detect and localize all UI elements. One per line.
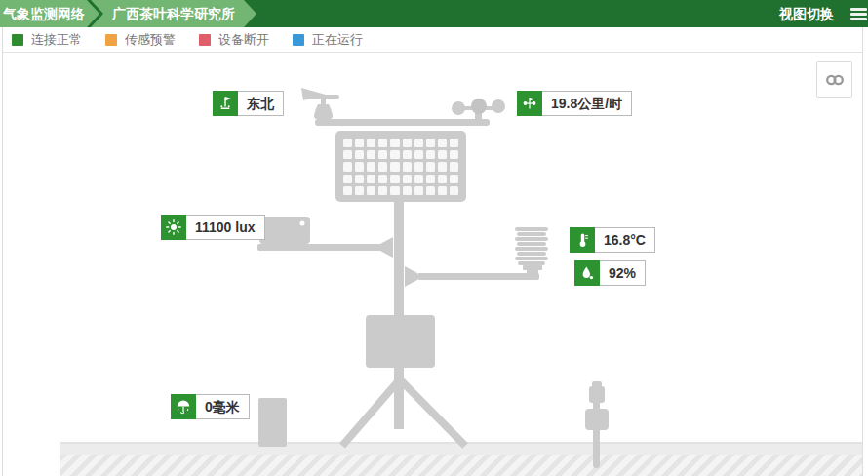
sensor-wind-speed[interactable]: 19.8公里/时 [517, 91, 632, 116]
legend-label: 连接正常 [31, 31, 82, 49]
light-sensor-graphic [257, 217, 393, 258]
tripod-graphic [342, 380, 465, 446]
mast-graphic [394, 200, 404, 429]
status-legend: 连接正常 传感预警 设备断开 正在运行 [3, 27, 862, 53]
wind-direction-value: 东北 [238, 91, 284, 116]
anemometer-icon [517, 91, 542, 116]
data-logger-graphic [366, 315, 435, 368]
umbrella-icon [171, 394, 196, 419]
legend-item-connected: 连接正常 [12, 31, 82, 49]
legend-label: 设备断开 [218, 31, 269, 49]
station-diagram [0, 0, 868, 476]
anemometer-graphic [452, 99, 505, 121]
crossarm-graphic [315, 119, 490, 126]
sun-icon [161, 215, 186, 240]
orange-status-swatch [105, 34, 117, 46]
red-status-swatch [199, 34, 211, 46]
content-right-border [862, 27, 863, 476]
radiation-shield-graphic [405, 227, 548, 287]
ground-surface [60, 442, 862, 455]
ground-hatch [60, 455, 862, 476]
sensor-humidity[interactable]: 92% [574, 260, 646, 286]
wind-vane-graphic [301, 88, 339, 119]
view-switch-button[interactable]: 视图切换 [779, 0, 834, 27]
legend-item-disconnected: 设备断开 [199, 31, 269, 49]
rain-gauge-graphic [258, 398, 287, 447]
top-bar: 气象监测网络 广西茶叶科学研究所 视图切换 [0, 0, 868, 27]
solar-panel [335, 131, 466, 202]
rainfall-value: 0毫米 [196, 394, 250, 419]
sensor-light[interactable]: 11100 lux [161, 215, 265, 240]
legend-item-running: 正在运行 [293, 31, 363, 49]
weather-station-page: 气象监测网络 广西茶叶科学研究所 视图切换 连接正常 传感预警 设备断开 正在运… [0, 0, 868, 476]
thermometer-icon [570, 227, 595, 253]
temperature-value: 16.8°C [595, 227, 655, 253]
legend-label: 正在运行 [312, 31, 363, 49]
sensor-wind-direction[interactable]: 东北 [213, 91, 284, 116]
light-value: 11100 lux [186, 215, 265, 240]
humidity-value: 92% [600, 260, 646, 286]
content-left-border [2, 27, 3, 476]
hamburger-icon[interactable] [850, 8, 867, 22]
chain-link-icon [823, 68, 847, 92]
green-status-swatch [12, 34, 23, 46]
sensor-rainfall[interactable]: 0毫米 [171, 394, 250, 419]
legend-item-sensor-warning: 传感预警 [105, 31, 176, 49]
water-drop-icon [574, 260, 600, 286]
breadcrumb-item-network[interactable]: 气象监测网络 [0, 0, 99, 27]
wind-speed-value: 19.8公里/时 [542, 91, 632, 116]
wind-vane-icon [213, 91, 238, 116]
legend-label: 传感预警 [125, 31, 176, 49]
sensor-temperature[interactable]: 16.8°C [570, 227, 655, 253]
breadcrumb-item-site[interactable]: 广西茶叶科学研究所 [91, 0, 256, 27]
link-button[interactable] [816, 61, 852, 98]
blue-status-swatch [293, 34, 304, 46]
